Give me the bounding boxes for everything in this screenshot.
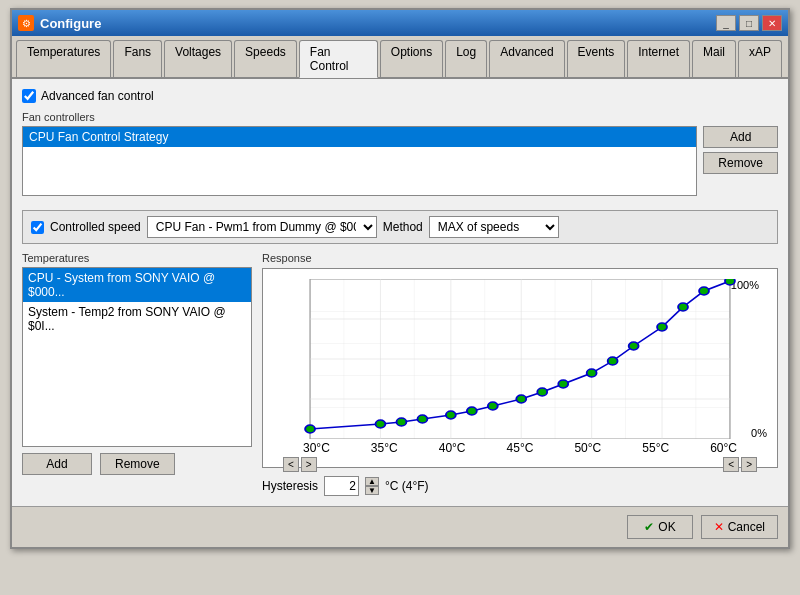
ok-button[interactable]: ✔ OK [627, 515, 692, 539]
title-bar: ⚙ Configure _ □ ✕ [12, 10, 788, 36]
main-window: ⚙ Configure _ □ ✕ Temperatures Fans Volt… [10, 8, 790, 549]
svg-point-26 [657, 323, 667, 331]
right-nav-right[interactable]: > [741, 457, 757, 472]
content-area: Advanced fan control Fan controllers CPU… [12, 79, 788, 506]
response-label: Response [262, 252, 778, 264]
x-label-5: 55°C [642, 441, 669, 455]
hysteresis-unit: °C (4°F) [385, 479, 429, 493]
cancel-button[interactable]: ✕ Cancel [701, 515, 778, 539]
x-labels: 30°C 35°C 40°C 45°C 50°C 55°C 60°C [273, 439, 767, 455]
temp-item-1[interactable]: System - Temp2 from SONY VAIO @ $0I... [23, 302, 251, 336]
left-nav: < > [283, 457, 317, 472]
left-nav-right[interactable]: > [301, 457, 317, 472]
chart-nav: < > < > [273, 455, 767, 474]
method-select[interactable]: MAX of speeds [429, 216, 559, 238]
right-nav: < > [723, 457, 757, 472]
x-label-0: 30°C [303, 441, 330, 455]
footer: ✔ OK ✕ Cancel [12, 506, 788, 547]
temperatures-section: Temperatures CPU - System from SONY VAIO… [22, 252, 252, 496]
main-area: Temperatures CPU - System from SONY VAIO… [22, 252, 778, 496]
remove-temp-button[interactable]: Remove [100, 453, 175, 475]
advanced-fan-control-label: Advanced fan control [41, 89, 154, 103]
fan-controllers-label: Fan controllers [22, 111, 778, 123]
temperatures-label: Temperatures [22, 252, 252, 264]
chart-container: 100% [262, 268, 778, 468]
x-label-6: 60°C [710, 441, 737, 455]
temp-buttons: Add Remove [22, 453, 252, 475]
controlled-speed-row: Controlled speed CPU Fan - Pwm1 from Dum… [22, 210, 778, 244]
fan-select[interactable]: CPU Fan - Pwm1 from Dummy @ $0000 on PCI [147, 216, 377, 238]
x-label-2: 40°C [439, 441, 466, 455]
svg-point-23 [587, 369, 597, 377]
tab-mail[interactable]: Mail [692, 40, 736, 77]
svg-point-14 [376, 420, 386, 428]
tab-xap[interactable]: xAP [738, 40, 782, 77]
maximize-button[interactable]: □ [739, 15, 759, 31]
response-section: Response 100% [262, 252, 778, 496]
svg-point-18 [467, 407, 477, 415]
add-temp-button[interactable]: Add [22, 453, 92, 475]
svg-point-13 [305, 425, 315, 433]
cancel-label: Cancel [728, 520, 765, 534]
x-label-1: 35°C [371, 441, 398, 455]
tab-events[interactable]: Events [567, 40, 626, 77]
svg-point-16 [417, 415, 427, 423]
svg-point-22 [558, 380, 568, 388]
window-title: Configure [40, 16, 101, 31]
response-chart [273, 279, 767, 439]
tab-speeds[interactable]: Speeds [234, 40, 297, 77]
temperatures-list: CPU - System from SONY VAIO @ $000... Sy… [22, 267, 252, 447]
tab-fan-control[interactable]: Fan Control [299, 40, 378, 78]
y-label-min: 0% [751, 427, 767, 439]
controlled-speed-checkbox[interactable] [31, 221, 44, 234]
tab-options[interactable]: Options [380, 40, 443, 77]
ok-label: OK [658, 520, 675, 534]
left-nav-left[interactable]: < [283, 457, 299, 472]
tab-voltages[interactable]: Voltages [164, 40, 232, 77]
hysteresis-row: Hysteresis ▲ ▼ °C (4°F) [262, 476, 778, 496]
title-buttons: _ □ ✕ [716, 15, 782, 31]
hysteresis-down[interactable]: ▼ [365, 486, 379, 495]
svg-point-19 [488, 402, 498, 410]
tab-temperatures[interactable]: Temperatures [16, 40, 111, 77]
minimize-button[interactable]: _ [716, 15, 736, 31]
tab-internet[interactable]: Internet [627, 40, 690, 77]
right-nav-left[interactable]: < [723, 457, 739, 472]
svg-point-15 [397, 418, 407, 426]
svg-point-24 [608, 357, 618, 365]
hysteresis-up[interactable]: ▲ [365, 477, 379, 486]
x-label-3: 45°C [507, 441, 534, 455]
hysteresis-label: Hysteresis [262, 479, 318, 493]
svg-point-28 [699, 287, 709, 295]
hysteresis-input[interactable] [324, 476, 359, 496]
fan-controller-item[interactable]: CPU Fan Control Strategy [23, 127, 696, 147]
add-controller-button[interactable]: Add [703, 126, 778, 148]
controlled-speed-label: Controlled speed [50, 220, 141, 234]
hysteresis-spinner: ▲ ▼ [365, 477, 379, 495]
svg-point-25 [629, 342, 639, 350]
svg-point-27 [678, 303, 688, 311]
svg-point-17 [446, 411, 456, 419]
controller-buttons: Add Remove [703, 126, 778, 202]
svg-point-21 [537, 388, 547, 396]
svg-point-29 [725, 279, 735, 285]
fan-controllers-list: CPU Fan Control Strategy [22, 126, 697, 196]
advanced-fan-control-checkbox[interactable] [22, 89, 36, 103]
x-label-4: 50°C [574, 441, 601, 455]
method-label: Method [383, 220, 423, 234]
temp-item-0[interactable]: CPU - System from SONY VAIO @ $000... [23, 268, 251, 302]
tab-fans[interactable]: Fans [113, 40, 162, 77]
advanced-fan-control-row: Advanced fan control [22, 89, 778, 103]
tab-bar: Temperatures Fans Voltages Speeds Fan Co… [12, 36, 788, 79]
close-button[interactable]: ✕ [762, 15, 782, 31]
tab-advanced[interactable]: Advanced [489, 40, 564, 77]
app-icon: ⚙ [18, 15, 34, 31]
tab-log[interactable]: Log [445, 40, 487, 77]
svg-point-20 [516, 395, 526, 403]
remove-controller-button[interactable]: Remove [703, 152, 778, 174]
